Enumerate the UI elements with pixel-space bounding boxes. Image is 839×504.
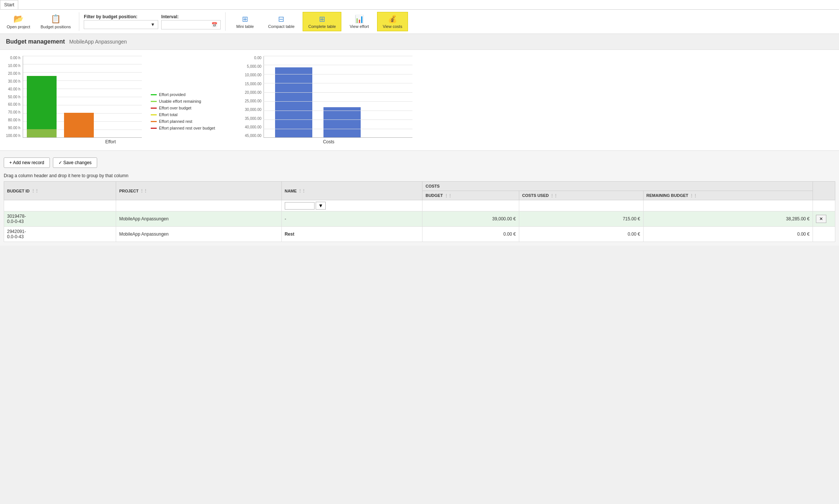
view-costs-icon: 💰: [388, 15, 397, 23]
legend-usable-effort: Usable effort remaining: [151, 99, 215, 103]
toolbar: 📂 Open project 📋 Budget positions Filter…: [0, 10, 839, 34]
costs-used-sort-icon[interactable]: ⋮⋮: [550, 194, 558, 198]
complete-table-icon: ⊞: [319, 15, 325, 23]
view-effort-label: View effort: [350, 24, 369, 29]
filter-section: Filter by budget position: ▼: [84, 14, 158, 29]
cell-budget-id-2: 2942091-0.0-0-43: [4, 227, 116, 242]
view-effort-icon: 📊: [355, 15, 364, 23]
col-costs-used: COSTS USED ⋮⋮: [519, 191, 643, 200]
legend-effort-provided: Effort provided: [151, 92, 215, 97]
filter-arrow-icon: ▼: [150, 22, 155, 27]
effort-chart-title: Effort: [105, 139, 116, 144]
cell-project-2: MobileApp Anpassungen: [116, 227, 281, 242]
compact-table-icon: ⊟: [278, 15, 284, 23]
costs-bar-1: [275, 67, 312, 137]
mini-table-label: Mini table: [236, 24, 254, 29]
legend-effort-planned-rest: Effort planned rest: [151, 119, 215, 124]
effort-chart: 100.00 h 90.00 h 80.00 h 70.00 h 60.00 h…: [6, 56, 215, 144]
legend-dot-effort-provided: [151, 94, 157, 95]
budget-positions-button[interactable]: 📋 Budget positions: [37, 13, 74, 31]
mini-table-icon: ⊞: [242, 15, 248, 23]
cell-budget-id-1: 3019478-0.0-0-43: [4, 211, 116, 227]
name-sort-icon[interactable]: ⋮⋮: [298, 189, 306, 193]
mini-table-button[interactable]: ⊞ Mini table: [230, 12, 260, 31]
delete-row-1-button[interactable]: ✕: [816, 215, 826, 223]
costs-chart: 45,000.00 40,000.00 35,000.00 30,000.00 …: [245, 56, 413, 144]
separator-2: [225, 12, 226, 31]
costs-bar-2: [323, 107, 361, 137]
cell-budget-2: 0.00 €: [422, 227, 519, 242]
separator-1: [79, 12, 79, 31]
budget-positions-label: Budget positions: [41, 25, 71, 29]
cell-actions-2: [813, 227, 835, 242]
col-name: NAME ⋮⋮: [281, 182, 422, 200]
col-budget: BUDGET ⋮⋮: [422, 191, 519, 200]
col-budget-id: BUDGET ID ⋮⋮: [4, 182, 116, 200]
cell-actions-1: ✕: [813, 211, 835, 227]
legend-dot-effort-over-budget: [151, 108, 157, 109]
legend-dot-effort-total: [151, 114, 157, 115]
table-row: 2942091-0.0-0-43 MobileApp Anpassungen R…: [4, 227, 835, 242]
compact-table-label: Compact table: [268, 24, 294, 29]
col-remaining-budget: REMAINING BUDGET ⋮⋮: [643, 191, 813, 200]
open-project-button[interactable]: 📂 Open project: [3, 13, 34, 31]
filter-select[interactable]: ▼: [84, 20, 158, 29]
interval-label: Interval:: [161, 14, 221, 19]
remaining-budget-sort-icon[interactable]: ⋮⋮: [690, 194, 697, 198]
effort-y-axis: 100.00 h 90.00 h 80.00 h 70.00 h 60.00 h…: [6, 56, 23, 138]
project-sort-icon[interactable]: ⋮⋮: [140, 189, 147, 193]
drag-hint: Drag a column header and drop it here to…: [4, 171, 835, 181]
open-project-icon: 📂: [13, 14, 23, 24]
table-row: 3019478-0.0-0-43 MobileApp Anpassungen -…: [4, 211, 835, 227]
costs-bars: [264, 56, 412, 138]
complete-table-button[interactable]: ⊞ Complete table: [303, 12, 341, 31]
charts-area: 100.00 h 90.00 h 80.00 h 70.00 h 60.00 h…: [0, 50, 839, 151]
page-subtitle: MobileApp Anpassungen: [69, 39, 127, 45]
interval-input[interactable]: 📅: [161, 20, 221, 29]
page-title: Budget management: [6, 38, 65, 45]
cell-remaining-budget-2: 0.00 €: [643, 227, 813, 242]
table-area: + Add new record ✓ Save changes Drag a c…: [0, 151, 839, 246]
budget-sort-icon[interactable]: ⋮⋮: [444, 194, 452, 198]
legend-effort-total: Effort total: [151, 112, 215, 117]
interval-section: Interval: 📅: [161, 14, 221, 29]
table-toolbar: + Add new record ✓ Save changes: [4, 154, 835, 171]
compact-table-button[interactable]: ⊟ Compact table: [263, 12, 300, 31]
legend-dot-effort-planned-rest: [151, 121, 157, 122]
view-costs-label: View costs: [383, 24, 402, 29]
legend-dot-effort-planned-rest-over-budget: [151, 128, 157, 129]
view-costs-button[interactable]: 💰 View costs: [377, 12, 408, 31]
cell-costs-used-1: 715.00 €: [519, 211, 643, 227]
cell-costs-used-2: 0.00 €: [519, 227, 643, 242]
calendar-icon: 📅: [211, 22, 217, 28]
cell-name-2: Rest: [281, 227, 422, 242]
filter-label: Filter by budget position:: [84, 14, 158, 19]
data-table: BUDGET ID ⋮⋮ PROJECT ⋮⋮ NAME ⋮⋮: [4, 181, 835, 242]
page-title-bar: Budget management MobileApp Anpassungen: [0, 34, 839, 50]
cell-name-1: -: [281, 211, 422, 227]
effort-legend: Effort provided Usable effort remaining …: [151, 92, 215, 138]
name-filter-button[interactable]: ▼: [316, 202, 326, 210]
cell-budget-1: 39,000.00 €: [422, 211, 519, 227]
open-project-label: Open project: [7, 25, 30, 29]
tab-bar: Start: [0, 0, 839, 10]
legend-effort-planned-rest-over-budget: Effort planned rest over budget: [151, 126, 215, 130]
complete-table-label: Complete table: [308, 24, 336, 29]
costs-chart-title: Costs: [323, 139, 335, 144]
budget-positions-icon: 📋: [51, 14, 61, 24]
col-actions: [813, 182, 835, 200]
save-changes-button[interactable]: ✓ Save changes: [53, 157, 97, 168]
add-record-button[interactable]: + Add new record: [4, 157, 50, 168]
legend-effort-over-budget: Effort over budget: [151, 106, 215, 110]
cell-project-1: MobileApp Anpassungen: [116, 211, 281, 227]
costs-y-axis: 45,000.00 40,000.00 35,000.00 30,000.00 …: [245, 56, 264, 138]
view-effort-button[interactable]: 📊 View effort: [344, 12, 374, 31]
col-project: PROJECT ⋮⋮: [116, 182, 281, 200]
tab-start[interactable]: Start: [0, 0, 18, 9]
effort-bars: [23, 56, 142, 138]
legend-dot-usable-effort: [151, 101, 157, 102]
budget-id-sort-icon[interactable]: ⋮⋮: [31, 189, 39, 193]
name-filter-input[interactable]: [285, 202, 315, 210]
filter-row: ▼: [4, 200, 835, 211]
col-costs-header: COSTS: [422, 182, 813, 191]
